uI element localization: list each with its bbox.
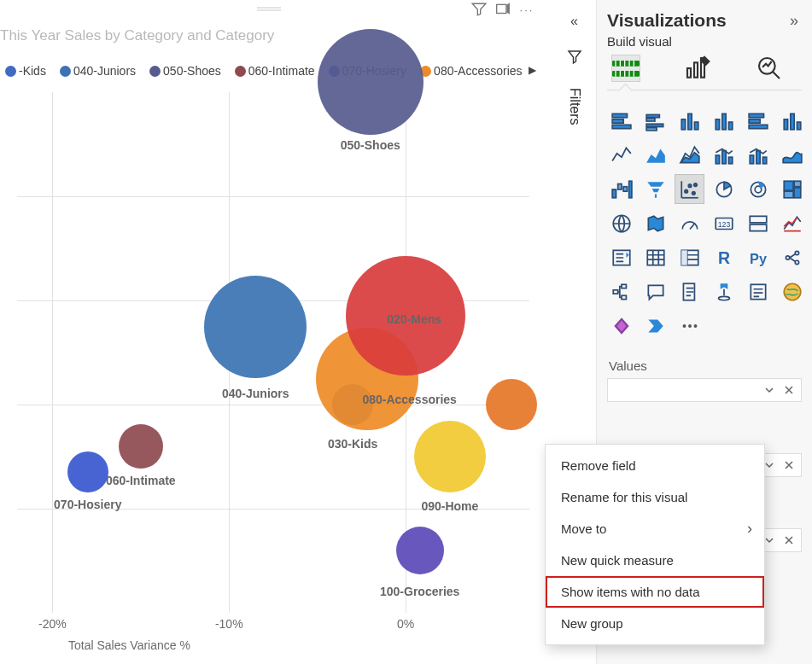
viz-type-map[interactable]	[607, 209, 635, 237]
viz-type-line[interactable]	[607, 141, 635, 169]
analytics-tab[interactable]	[756, 55, 783, 81]
svg-rect-27	[687, 114, 691, 129]
legend-scroll-right[interactable]: ▶	[529, 64, 536, 76]
viz-type-area[interactable]	[641, 141, 669, 169]
viz-type-stacked-column[interactable]	[675, 107, 704, 135]
svg-rect-19	[612, 114, 627, 117]
data-bubble[interactable]	[414, 421, 486, 492]
viz-type-stacked-bar[interactable]	[607, 107, 635, 135]
svg-point-80	[718, 296, 729, 300]
legend-item[interactable]: 040-Juniors	[55, 64, 136, 78]
field-remove-icon[interactable]	[780, 454, 797, 476]
data-label: 080-Accessories	[362, 393, 457, 406]
menu-item[interactable]: Move to	[546, 513, 764, 545]
focus-mode-icon[interactable]	[495, 2, 511, 17]
data-bubble[interactable]	[318, 29, 424, 135]
data-bubble[interactable]	[204, 276, 307, 378]
legend-item[interactable]: 060-Intimate	[230, 64, 315, 78]
legend-swatch	[149, 66, 161, 77]
more-options-icon[interactable]: ···	[519, 2, 535, 17]
svg-text:Py: Py	[750, 250, 767, 265]
viz-type-waterfall[interactable]	[607, 175, 635, 203]
svg-rect-37	[797, 122, 800, 130]
field-well[interactable]	[607, 378, 802, 402]
data-bubble[interactable]	[67, 451, 108, 492]
viz-type-matrix[interactable]	[675, 243, 704, 271]
field-remove-icon[interactable]	[780, 379, 797, 401]
x-axis-ticks: -20%-10%0%	[17, 617, 529, 632]
viz-type-ribbon[interactable]	[778, 141, 806, 169]
chart-legend[interactable]: -Kids040-Juniors050-Shoes060-Intimate070…	[0, 64, 523, 78]
viz-type-decomposition[interactable]	[607, 277, 635, 306]
expand-pane-icon[interactable]: »	[786, 13, 802, 28]
filters-pane-collapsed[interactable]: « Filters	[555, 0, 593, 171]
viz-type-table[interactable]	[641, 243, 669, 271]
data-bubble[interactable]	[119, 424, 163, 469]
legend-item[interactable]: -Kids	[0, 64, 46, 78]
viz-type-line-clustered[interactable]	[710, 141, 738, 169]
viz-type-r-visual[interactable]: R	[710, 243, 738, 271]
plot-area[interactable]: 030-Kids040-Juniors050-Shoes060-Intimate…	[0, 92, 538, 664]
viz-type-goal[interactable]	[710, 277, 738, 306]
legend-item[interactable]: 050-Shoes	[144, 64, 221, 78]
panel-title: Visualizations	[607, 10, 727, 31]
field-dropdown-icon[interactable]	[760, 379, 779, 401]
svg-rect-35	[784, 119, 787, 129]
viz-type-arcgis[interactable]	[778, 277, 806, 306]
drag-grip[interactable]	[257, 2, 281, 7]
viz-type-slicer[interactable]	[607, 243, 635, 271]
viz-type-more[interactable]	[675, 312, 704, 340]
format-visual-tab[interactable]	[684, 55, 711, 81]
viz-type-filled-map[interactable]	[641, 209, 669, 237]
menu-item[interactable]: Show items with no data	[546, 576, 764, 608]
viz-type-clustered-column-100[interactable]	[778, 107, 806, 135]
menu-item[interactable]: New quick measure	[546, 545, 764, 576]
svg-rect-16	[694, 62, 698, 77]
viz-type-key-influencers[interactable]	[778, 243, 806, 271]
svg-point-50	[684, 189, 686, 192]
viz-type-clustered-column[interactable]	[710, 107, 738, 135]
viz-type-smart-narrative[interactable]	[744, 277, 772, 306]
viz-type-multi-card[interactable]	[744, 209, 772, 237]
viz-type-funnel[interactable]	[641, 175, 669, 203]
viz-type-stacked-area[interactable]	[675, 141, 704, 169]
legend-swatch	[235, 66, 246, 77]
legend-item[interactable]: 080-Accessories	[415, 64, 523, 78]
viz-type-pie[interactable]	[710, 175, 738, 203]
legend-label: 050-Shoes	[163, 64, 221, 78]
legend-label: -Kids	[19, 64, 46, 78]
menu-item[interactable]: Remove field	[546, 450, 764, 481]
data-bubble[interactable]	[486, 379, 537, 430]
svg-rect-43	[762, 157, 766, 164]
viz-type-line-stacked[interactable]	[744, 141, 772, 169]
viz-type-powerapps[interactable]	[607, 312, 635, 340]
viz-type-chat[interactable]	[641, 277, 669, 306]
viz-type-scatter[interactable]	[675, 175, 704, 203]
menu-item[interactable]: New group	[546, 608, 764, 639]
viz-type-treemap[interactable]	[778, 175, 806, 203]
legend-label: 080-Accessories	[434, 64, 523, 78]
viz-type-powerautomate[interactable]	[641, 312, 669, 340]
collapse-pane-icon[interactable]: «	[570, 14, 578, 29]
viz-type-kpi[interactable]	[778, 209, 806, 237]
viz-type-donut[interactable]	[744, 175, 772, 203]
svg-rect-59	[794, 187, 801, 197]
viz-type-gauge[interactable]	[675, 209, 704, 237]
svg-point-52	[692, 191, 694, 194]
build-visual-tab[interactable]	[612, 55, 640, 81]
viz-type-paginated[interactable]	[675, 277, 704, 306]
viz-type-clustered-bar[interactable]	[641, 107, 669, 135]
svg-rect-77	[622, 284, 626, 288]
chart-visual[interactable]: ··· This Year Sales by Category and Cate…	[0, 0, 538, 664]
field-remove-icon[interactable]	[780, 529, 797, 551]
filter-visual-icon[interactable]	[471, 2, 487, 17]
svg-rect-28	[694, 122, 698, 130]
svg-rect-25	[646, 127, 657, 130]
menu-item[interactable]: Rename for this visual	[546, 481, 764, 513]
viz-type-card[interactable]: 123	[710, 209, 738, 237]
viz-type-py-visual[interactable]: Py	[744, 243, 772, 271]
svg-rect-40	[728, 157, 732, 164]
viz-type-stacked-bar-100[interactable]	[744, 107, 772, 135]
data-bubble[interactable]	[396, 527, 444, 574]
svg-rect-57	[784, 181, 793, 190]
